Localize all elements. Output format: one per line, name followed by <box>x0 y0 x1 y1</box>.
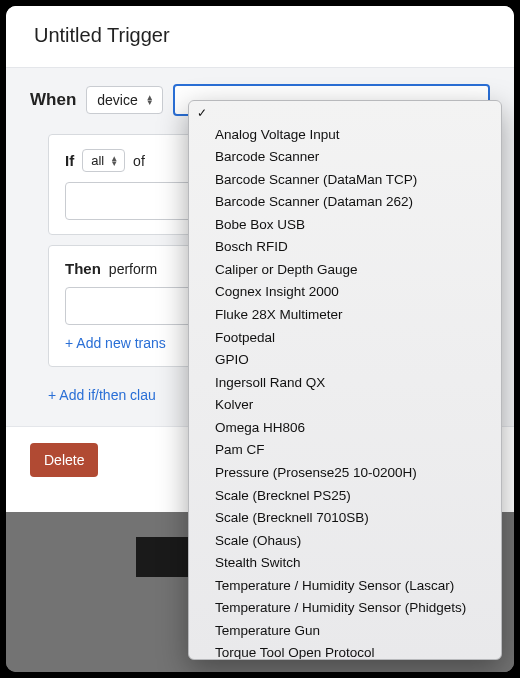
device-dropdown[interactable]: Analog Voltage InputBarcode ScannerBarco… <box>188 100 502 660</box>
dropdown-item[interactable]: Torque Tool Open Protocol <box>189 642 501 660</box>
chevron-updown-icon: ▲▼ <box>146 95 154 105</box>
if-label: If <box>65 152 74 169</box>
dropdown-item[interactable]: Stealth Switch <box>189 552 501 575</box>
if-of-text: of <box>133 153 145 169</box>
then-label: Then <box>65 260 101 277</box>
dropdown-item[interactable]: Scale (Brecknel PS25) <box>189 484 501 507</box>
add-clause-link[interactable]: + Add if/then clau <box>48 387 156 403</box>
if-all-value: all <box>91 153 104 168</box>
chevron-updown-icon: ▲▼ <box>110 156 118 166</box>
dropdown-item[interactable]: Scale (Ohaus) <box>189 529 501 552</box>
dropdown-item[interactable]: Fluke 28X Multimeter <box>189 304 501 327</box>
dropdown-item[interactable]: Cognex Insight 2000 <box>189 281 501 304</box>
dropdown-item[interactable]: Bosch RFID <box>189 236 501 259</box>
dropdown-item[interactable]: GPIO <box>189 349 501 372</box>
when-label: When <box>30 90 76 110</box>
then-perform-text: perform <box>109 261 157 277</box>
dropdown-item-blank[interactable] <box>189 105 501 123</box>
dropdown-item[interactable]: Omega HH806 <box>189 416 501 439</box>
device-select[interactable]: device ▲▼ <box>86 86 162 114</box>
dropdown-item[interactable]: Kolver <box>189 394 501 417</box>
dropdown-item[interactable]: Analog Voltage Input <box>189 123 501 146</box>
dropdown-item[interactable]: Pressure (Prosense25 10-0200H) <box>189 461 501 484</box>
modal-header: Untitled Trigger <box>6 6 514 67</box>
dropdown-item[interactable]: Ingersoll Rand QX <box>189 371 501 394</box>
dropdown-item[interactable]: Pam CF <box>189 439 501 462</box>
dropdown-item[interactable]: Barcode Scanner (DataMan TCP) <box>189 168 501 191</box>
add-transition-link[interactable]: + Add new trans <box>65 335 166 351</box>
dropdown-item[interactable]: Caliper or Depth Gauge <box>189 258 501 281</box>
dropdown-item[interactable]: Footpedal <box>189 326 501 349</box>
dropdown-item[interactable]: Scale (Brecknell 7010SB) <box>189 507 501 530</box>
modal-window: Untitled Trigger When device ▲▼ If all ▲… <box>6 6 514 672</box>
device-select-value: device <box>97 92 137 108</box>
dropdown-item[interactable]: Barcode Scanner (Dataman 262) <box>189 191 501 214</box>
dropdown-item[interactable]: Barcode Scanner <box>189 146 501 169</box>
delete-button[interactable]: Delete <box>30 443 98 477</box>
dropdown-item[interactable]: Bobe Box USB <box>189 213 501 236</box>
dropdown-item[interactable]: Temperature / Humidity Sensor (Phidgets) <box>189 597 501 620</box>
dropdown-item[interactable]: Temperature / Humidity Sensor (Lascar) <box>189 574 501 597</box>
dropdown-item[interactable]: Temperature Gun <box>189 619 501 642</box>
page-title: Untitled Trigger <box>34 24 486 47</box>
if-all-select[interactable]: all ▲▼ <box>82 149 125 172</box>
